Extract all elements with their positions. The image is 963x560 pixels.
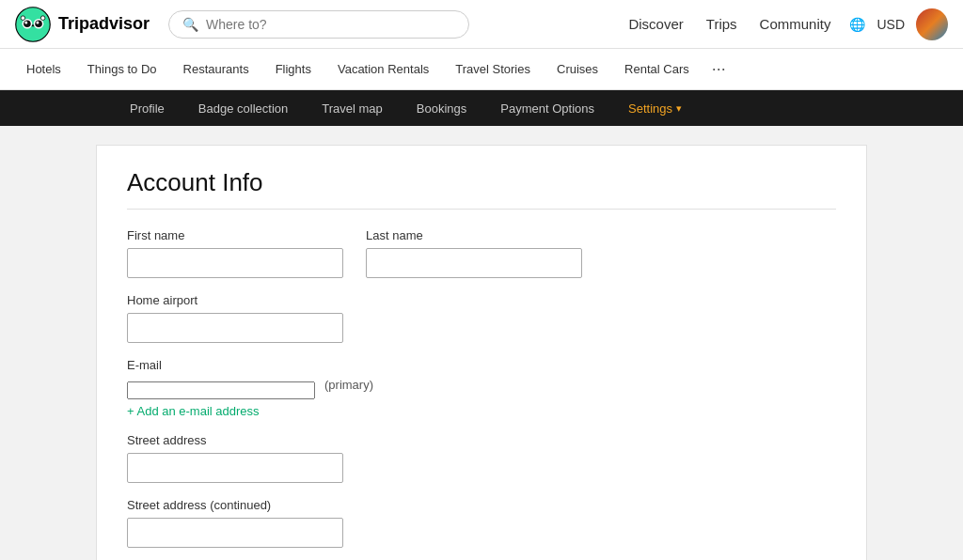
logo-icon	[15, 7, 51, 42]
top-nav: Tripadvisor 🔍 Discover Trips Community 🌐…	[0, 0, 963, 49]
first-name-input[interactable]	[127, 248, 343, 278]
main-content: Account Info First name Last name Home a…	[0, 126, 963, 560]
nav-flights[interactable]: Flights	[264, 49, 323, 90]
home-airport-group: Home airport	[127, 293, 343, 343]
nav-trips[interactable]: Trips	[706, 16, 737, 32]
main-nav-links: Discover Trips Community	[628, 16, 830, 32]
currency-label[interactable]: USD	[876, 17, 905, 32]
svg-point-6	[36, 21, 39, 23]
home-airport-input[interactable]	[127, 313, 343, 343]
secondary-nav: Hotels Things to Do Restaurants Flights …	[0, 49, 963, 90]
nav-things-to-do[interactable]: Things to Do	[76, 49, 168, 90]
tab-settings[interactable]: Settings ▾	[611, 90, 699, 126]
nav-hotels[interactable]: Hotels	[15, 49, 72, 90]
home-airport-label: Home airport	[127, 293, 343, 307]
nav-restaurants[interactable]: Restaurants	[172, 49, 260, 90]
chevron-down-icon: ▾	[676, 102, 682, 115]
account-card: Account Info First name Last name Home a…	[96, 145, 867, 560]
search-input[interactable]	[206, 17, 455, 32]
tab-payment-options[interactable]: Payment Options	[483, 90, 611, 126]
nav-discover[interactable]: Discover	[628, 16, 683, 32]
logo[interactable]: Tripadvisor	[15, 7, 150, 42]
first-name-group: First name	[127, 228, 343, 278]
nav-actions: 🌐 USD	[849, 8, 948, 40]
svg-point-8	[21, 15, 25, 20]
last-name-group: Last name	[366, 228, 582, 278]
add-email-link[interactable]: + Add an e-mail address	[127, 404, 260, 418]
more-nav-dots[interactable]: ···	[704, 59, 734, 79]
search-bar[interactable]: 🔍	[168, 10, 469, 39]
first-name-label: First name	[127, 228, 343, 242]
nav-vacation-rentals[interactable]: Vacation Rentals	[326, 49, 440, 90]
street-address-group: Street address	[127, 433, 343, 483]
street-address-label: Street address	[127, 433, 343, 447]
street-address-input[interactable]	[127, 453, 343, 483]
last-name-input[interactable]	[366, 248, 582, 278]
street-address-continued-group: Street address (continued)	[127, 498, 343, 548]
svg-point-4	[35, 20, 42, 27]
nav-travel-stories[interactable]: Travel Stories	[444, 49, 542, 90]
avatar[interactable]	[916, 8, 948, 40]
profile-subnav: Profile Badge collection Travel map Book…	[0, 90, 963, 126]
logo-text: Tripadvisor	[58, 14, 150, 34]
tab-badge-collection[interactable]: Badge collection	[182, 90, 305, 126]
globe-icon[interactable]: 🌐	[849, 17, 865, 32]
email-group: E-mail (primary)	[127, 358, 836, 399]
email-label: E-mail	[127, 358, 836, 372]
tab-travel-map[interactable]: Travel map	[305, 90, 400, 126]
nav-rental-cars[interactable]: Rental Cars	[613, 49, 701, 90]
tab-bookings[interactable]: Bookings	[400, 90, 483, 126]
account-title: Account Info	[127, 168, 836, 210]
svg-point-3	[24, 20, 31, 27]
svg-point-9	[40, 15, 45, 20]
last-name-label: Last name	[366, 228, 582, 242]
email-input-row: (primary)	[127, 378, 836, 399]
search-icon: 🔍	[182, 17, 198, 32]
nav-cruises[interactable]: Cruises	[545, 49, 609, 90]
tab-profile[interactable]: Profile	[113, 90, 182, 126]
street-address-continued-input[interactable]	[127, 518, 343, 548]
name-row: First name Last name	[127, 228, 836, 278]
street-address-continued-label: Street address (continued)	[127, 498, 343, 512]
email-input[interactable]	[127, 381, 315, 399]
svg-point-5	[24, 21, 27, 23]
nav-community[interactable]: Community	[760, 16, 831, 32]
email-primary-label: (primary)	[324, 378, 373, 392]
